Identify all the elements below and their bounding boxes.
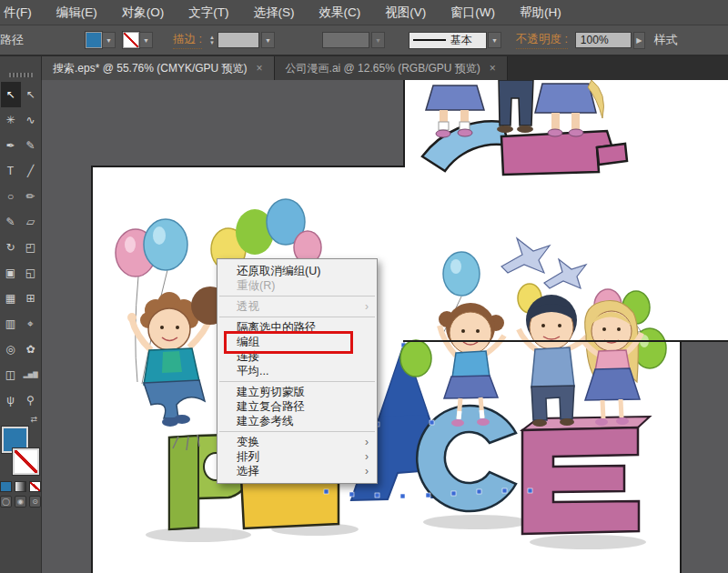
submenu-arrow-icon: › bbox=[365, 435, 369, 449]
context-menu: 还原取消编组(U) 重做(R) 透视› 隔离选中的路径 编组 连接 平均... … bbox=[217, 258, 378, 484]
lasso-tool[interactable]: ∿ bbox=[21, 107, 41, 133]
hand-tool[interactable]: ψ bbox=[1, 387, 21, 413]
draw-normal-icon[interactable]: ◯ bbox=[0, 496, 12, 508]
tab-title: 公司漫画.ai @ 12.65% (RGB/GPU 预览) bbox=[286, 61, 480, 76]
pen-tool[interactable]: ✒ bbox=[1, 133, 21, 158]
tab-search-eps[interactable]: 搜索.eps* @ 55.76% (CMYK/GPU 预览) × bbox=[42, 56, 275, 80]
menu-window[interactable]: 窗口(W) bbox=[450, 5, 495, 21]
tools-panel: ↖ ↖ ✳ ∿ ✒ ✎ T ╱ ○ ✏ ✎ ▱ ↻ ◰ ▣ ◱ ▦ ⊞ ▥ ⌖ bbox=[0, 80, 42, 573]
mesh-tool[interactable]: ⊞ bbox=[21, 286, 41, 311]
menu-separator bbox=[219, 431, 375, 432]
menu-edit[interactable]: 编辑(E) bbox=[56, 5, 97, 21]
pencil-tool[interactable]: ✎ bbox=[1, 209, 21, 235]
stroke-weight-field[interactable] bbox=[217, 32, 259, 48]
gradient-button[interactable] bbox=[15, 481, 26, 492]
curvature-tool[interactable]: ✎ bbox=[21, 133, 41, 158]
document-tab-bar: 搜索.eps* @ 55.76% (CMYK/GPU 预览) × 公司漫画.ai… bbox=[0, 56, 728, 80]
submenu-arrow-icon: › bbox=[365, 464, 369, 478]
tab-company-comic-ai[interactable]: 公司漫画.ai @ 12.65% (RGB/GPU 预览) × bbox=[275, 56, 508, 80]
stroke-weight-stepper[interactable]: ▲ ▼ bbox=[209, 35, 215, 45]
control-bar: 路径 ▼ ▼ 描边 : ▲ ▼ ▼ ▼ 基本 ▼ 不透明度 : 100% ▶ 样… bbox=[0, 25, 728, 56]
menu-effect[interactable]: 效果(C) bbox=[319, 5, 361, 21]
symbol-sprayer-tool[interactable]: ✿ bbox=[21, 337, 41, 362]
ctx-redo: 重做(R) bbox=[217, 278, 377, 293]
width-profile-field bbox=[322, 32, 369, 48]
workspace: ↖ ↖ ✳ ∿ ✒ ✎ T ╱ ○ ✏ ✎ ▱ ↻ ◰ ▣ ◱ ▦ ⊞ ▥ ⌖ bbox=[0, 80, 728, 573]
direct-selection-tool[interactable]: ↖ bbox=[21, 82, 41, 107]
eyedropper-tool[interactable]: ⌖ bbox=[21, 311, 41, 337]
paint-style-row bbox=[0, 481, 41, 492]
draw-behind-icon[interactable]: ◉ bbox=[15, 496, 26, 508]
color-button[interactable] bbox=[0, 481, 12, 492]
stroke-weight-dropdown-icon[interactable]: ▼ bbox=[261, 32, 275, 48]
width-profile-dropdown-icon: ▼ bbox=[371, 32, 385, 48]
selection-tool[interactable]: ↖ bbox=[1, 82, 21, 107]
menu-view[interactable]: 视图(V) bbox=[385, 5, 426, 21]
stroke-swatch[interactable] bbox=[13, 448, 39, 475]
menu-separator bbox=[219, 296, 375, 297]
brush-definition-value: 基本 bbox=[450, 33, 472, 48]
ctx-isolate-selected-path[interactable]: 隔离选中的路径 bbox=[217, 320, 377, 335]
zoom-tool[interactable]: ⚲ bbox=[21, 387, 41, 413]
ctx-join[interactable]: 连接 bbox=[217, 349, 377, 364]
opacity-label[interactable]: 不透明度 : bbox=[516, 32, 568, 49]
ctx-perspective: 透视› bbox=[217, 299, 377, 314]
fill-color-swatch[interactable] bbox=[86, 32, 102, 48]
toolbar-grip-icon[interactable] bbox=[9, 73, 33, 77]
ctx-arrange[interactable]: 排列› bbox=[217, 449, 377, 464]
fill-dropdown-icon[interactable]: ▼ bbox=[102, 32, 116, 48]
ctx-make-clipping-mask[interactable]: 建立剪切蒙版 bbox=[217, 385, 377, 399]
ctx-select[interactable]: 选择› bbox=[217, 464, 377, 478]
ctx-make-guides[interactable]: 建立参考线 bbox=[217, 414, 377, 428]
column-graph-tool[interactable]: ▂▅▇ bbox=[21, 362, 41, 387]
selection-type-label: 路径 bbox=[0, 32, 25, 48]
tool-grid: ↖ ↖ ✳ ∿ ✒ ✎ T ╱ ○ ✏ ✎ ▱ ↻ ◰ ▣ ◱ ▦ ⊞ ▥ ⌖ bbox=[1, 82, 41, 413]
scale-tool[interactable]: ◰ bbox=[21, 235, 41, 260]
draw-inside-icon[interactable]: ⊙ bbox=[29, 496, 41, 508]
shape-builder-tool[interactable]: ◱ bbox=[21, 260, 41, 286]
line-segment-tool[interactable]: ╱ bbox=[21, 158, 41, 184]
stroke-dropdown-icon[interactable]: ▼ bbox=[139, 32, 153, 48]
fill-stroke-indicator bbox=[0, 425, 42, 478]
ellipse-tool[interactable]: ○ bbox=[1, 184, 21, 209]
document-canvas[interactable]: 还原取消编组(U) 重做(R) 透视› 隔离选中的路径 编组 连接 平均... … bbox=[42, 80, 728, 573]
brush-dropdown-icon[interactable]: ▼ bbox=[488, 32, 501, 48]
eraser-tool[interactable]: ▱ bbox=[21, 209, 41, 235]
blend-tool[interactable]: ◎ bbox=[1, 337, 21, 362]
stepper-down-icon[interactable]: ▼ bbox=[209, 40, 215, 45]
toolbar-grip-area bbox=[0, 56, 42, 80]
swap-fill-stroke-icon[interactable]: ⇄ bbox=[30, 415, 37, 424]
drawing-modes-row: ◯ ◉ ⊙ bbox=[0, 496, 41, 508]
type-tool[interactable]: T bbox=[1, 158, 21, 184]
tab-title: 搜索.eps* @ 55.76% (CMYK/GPU 预览) bbox=[53, 61, 248, 76]
style-label[interactable]: 样式 bbox=[654, 32, 678, 48]
menu-bar: 件(F) 编辑(E) 对象(O) 文字(T) 选择(S) 效果(C) 视图(V)… bbox=[0, 0, 728, 25]
none-button[interactable] bbox=[29, 481, 41, 492]
brush-definition-select[interactable]: 基本 bbox=[409, 32, 487, 49]
stroke-weight-label[interactable]: 描边 : bbox=[173, 32, 202, 49]
stroke-color-swatch[interactable] bbox=[123, 32, 139, 48]
ctx-transform[interactable]: 变换› bbox=[217, 435, 377, 449]
perspective-grid-tool[interactable]: ▦ bbox=[1, 286, 21, 311]
opacity-arrow-icon[interactable]: ▶ bbox=[633, 32, 645, 49]
tab-close-icon[interactable]: × bbox=[490, 62, 496, 75]
ctx-undo-ungroup[interactable]: 还原取消编组(U) bbox=[217, 264, 377, 278]
menu-help[interactable]: 帮助(H) bbox=[520, 5, 561, 21]
artboard-tool[interactable]: ◫ bbox=[1, 362, 21, 387]
menu-file[interactable]: 件(F) bbox=[4, 5, 32, 21]
menu-select[interactable]: 选择(S) bbox=[254, 5, 295, 21]
illustrator-window: 件(F) 编辑(E) 对象(O) 文字(T) 选择(S) 效果(C) 视图(V)… bbox=[0, 0, 728, 573]
ctx-make-compound-path[interactable]: 建立复合路径 bbox=[217, 399, 377, 414]
magic-wand-tool[interactable]: ✳ bbox=[1, 107, 21, 133]
free-transform-tool[interactable]: ▣ bbox=[1, 260, 21, 286]
menu-object[interactable]: 对象(O) bbox=[122, 5, 165, 21]
tab-close-icon[interactable]: × bbox=[257, 62, 263, 75]
gradient-tool[interactable]: ▥ bbox=[1, 311, 21, 337]
menu-type[interactable]: 文字(T) bbox=[188, 5, 228, 21]
ctx-average[interactable]: 平均... bbox=[217, 364, 377, 378]
paintbrush-tool[interactable]: ✏ bbox=[21, 184, 41, 209]
rotate-tool[interactable]: ↻ bbox=[1, 235, 21, 260]
opacity-field[interactable]: 100% bbox=[575, 32, 632, 48]
ctx-group[interactable]: 编组 bbox=[217, 335, 377, 349]
menu-separator bbox=[219, 381, 375, 382]
